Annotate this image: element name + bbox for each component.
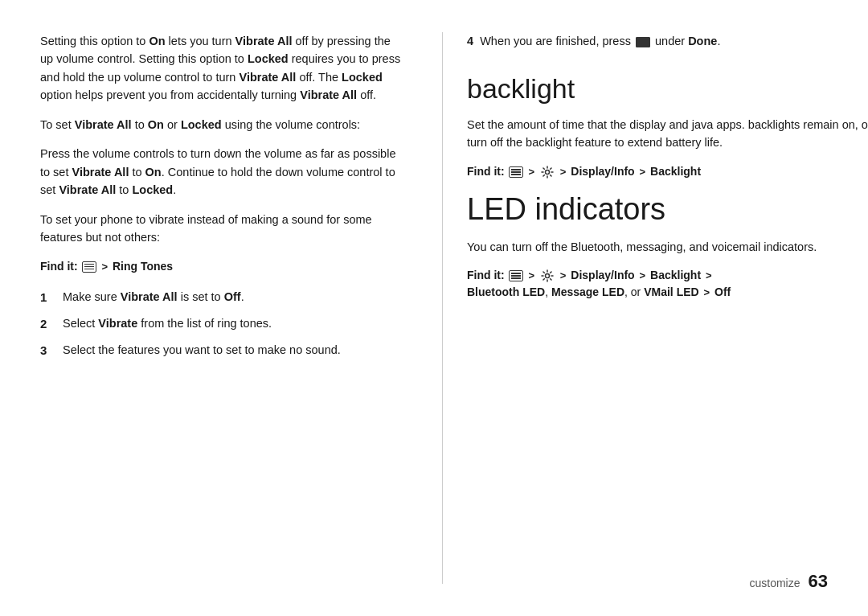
led-display-info: Display/Info	[571, 269, 634, 281]
bold-vibrate-all-6: Vibrate All	[59, 183, 116, 196]
chevron-led-4: >	[706, 269, 712, 281]
chevron-led-1: >	[528, 269, 534, 281]
step-1-content: Make sure Vibrate All is set to Off.	[63, 288, 402, 306]
backlight-heading: backlight	[467, 74, 868, 104]
bold-vibrate-all-2: Vibrate All	[239, 71, 296, 84]
step-2-content: Select Vibrate from the list of ring ton…	[63, 314, 402, 332]
bold-vibrate-all-4: Vibrate All	[75, 118, 132, 131]
footer: customize 63	[749, 571, 828, 592]
find-it-label-left: Find it:	[40, 260, 78, 273]
right-column: 4 When you are finished, press under Don…	[451, 32, 868, 584]
find-it-label-backlight: Find it:	[467, 165, 505, 178]
led-backlight: Backlight	[650, 269, 701, 281]
backlight-text: Backlight	[650, 165, 701, 178]
para-volume-controls: Press the volume controls to turn down t…	[40, 145, 402, 199]
chevron-led-3: >	[640, 269, 646, 281]
svg-point-0	[545, 170, 549, 175]
left-column: Setting this option to On lets you turn …	[40, 32, 434, 584]
step-2: 2 Select Vibrate from the list of ring t…	[40, 314, 402, 333]
backlight-para: Set the amount of time that the display …	[467, 116, 868, 152]
step-1-number: 1	[40, 288, 63, 306]
backlight-path-text: Display/Info	[571, 165, 634, 178]
led-sep-2: , or	[624, 285, 641, 298]
led-sep-1: ,	[545, 285, 548, 298]
chevron-backlight-2: >	[560, 166, 567, 178]
bold-off-step1: Off	[224, 290, 241, 303]
bold-on-2: On	[148, 118, 164, 131]
step-3-content: Select the features you want to set to m…	[63, 341, 402, 359]
column-divider	[442, 32, 443, 584]
stop-button-icon	[636, 37, 650, 47]
svg-point-1	[545, 274, 549, 278]
footer-page-number: 63	[809, 571, 828, 592]
bold-locked-3: Locked	[181, 118, 222, 131]
chevron-led-5: >	[704, 286, 710, 298]
step-3: 3 Select the features you want to set to…	[40, 341, 402, 359]
intro-paragraph-1: Setting this option to On lets you turn …	[40, 32, 402, 105]
led-message: Message LED	[551, 285, 624, 298]
bold-vibrate-all-5: Vibrate All	[72, 166, 129, 179]
step-4: 4 When you are finished, press under Don…	[467, 32, 868, 50]
led-off: Off	[714, 285, 731, 298]
bold-locked-2: Locked	[342, 71, 383, 84]
step-1: 1 Make sure Vibrate All is set to Off.	[40, 288, 402, 306]
bold-on-3: On	[145, 166, 162, 179]
step-2-number: 2	[40, 314, 63, 333]
led-vmail: VMail LED	[644, 285, 698, 298]
find-it-ring-tones: Find it: > Ring Tones	[40, 258, 402, 275]
led-indicators-heading: LED indicators	[467, 193, 868, 227]
ring-tones-text: Ring Tones	[113, 260, 173, 273]
settings-icon-led	[539, 269, 559, 281]
step-4-number: 4	[467, 35, 473, 47]
menu-icon-left	[81, 260, 100, 273]
bold-locked-1: Locked	[248, 52, 289, 65]
bold-vibrate-step2: Vibrate	[98, 317, 137, 330]
led-para: You can turn off the Bluetooth, messagin…	[467, 238, 868, 256]
menu-icon-led	[508, 269, 527, 281]
para-vibrate-all-on-locked: To set Vibrate All to On or Locked using…	[40, 116, 402, 133]
bold-done: Done	[688, 35, 717, 47]
chevron-led-2: >	[560, 269, 567, 281]
bold-vibrate-all-3: Vibrate All	[300, 88, 357, 101]
step-3-number: 3	[40, 341, 63, 359]
chevron-backlight-1: >	[528, 166, 534, 178]
find-it-label-led: Find it:	[467, 269, 505, 281]
chevron-backlight-3: >	[640, 166, 646, 178]
find-it-backlight: Find it: > > Display/Info > Backlight	[467, 163, 868, 180]
footer-label: customize	[749, 577, 800, 589]
menu-icon-backlight	[508, 165, 527, 178]
find-it-led: Find it: > > Display/Info > Backlight > …	[467, 267, 868, 301]
bold-on: On	[149, 35, 165, 47]
para-vibrate-sound: To set your phone to vibrate instead of …	[40, 211, 402, 247]
steps-list: 1 Make sure Vibrate All is set to Off. 2…	[40, 288, 402, 360]
settings-icon-backlight	[539, 165, 559, 178]
bold-vibrate-all-1: Vibrate All	[235, 35, 293, 47]
bold-locked-4: Locked	[132, 183, 173, 196]
bold-vibrate-all-step1: Vibrate All	[121, 290, 178, 303]
led-bluetooth: Bluetooth LED	[467, 285, 545, 298]
chevron-left-1: >	[101, 261, 108, 273]
